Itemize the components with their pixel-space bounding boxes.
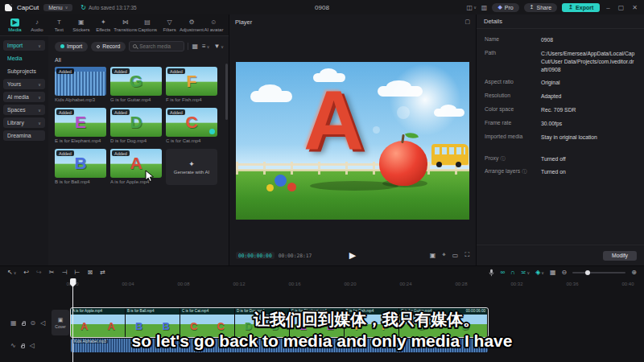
media-content: Import Record ▦ ≡ bbox=[48, 36, 229, 265]
details-value: 30.00fps bbox=[541, 120, 636, 128]
media-item[interactable]: Added C C is for Cat.mp4 bbox=[166, 108, 217, 143]
details-value: Stay in original location bbox=[541, 134, 636, 142]
pro-button[interactable]: ◆ Pro bbox=[492, 3, 518, 12]
tab-ai-avatar[interactable]: ☺ AI avatar bbox=[203, 19, 225, 32]
ruler-tick: 00:24 bbox=[378, 282, 434, 286]
timeline-ruler[interactable]: 00:0000:0400:0800:1200:1600:2000:2400:28… bbox=[0, 278, 644, 289]
import-button[interactable]: Import bbox=[55, 42, 88, 51]
filter-icon[interactable]: ▼ ∨ bbox=[213, 43, 224, 50]
zoom-out-button[interactable]: ⊖ bbox=[562, 269, 568, 276]
ribbon-tab-label: AI avatar bbox=[204, 27, 223, 32]
tab-captions[interactable]: ▤ Captions bbox=[137, 19, 159, 32]
mute-track-icon[interactable]: ◁ bbox=[40, 319, 45, 327]
tab-effects[interactable]: ✦ Effects bbox=[93, 19, 114, 32]
window-minimize-button[interactable]: – bbox=[605, 4, 611, 11]
ribbon-tab-label: Filters bbox=[163, 27, 175, 32]
track-options-icon[interactable]: ▦ bbox=[10, 319, 17, 327]
tab-media[interactable]: ▶ Media bbox=[4, 19, 26, 32]
export-button[interactable]: ↥ Export bbox=[562, 3, 600, 12]
audio-waveform-icon[interactable]: ∿ bbox=[10, 342, 16, 349]
sidebar-item-media[interactable]: Media bbox=[3, 53, 45, 64]
added-badge: Added bbox=[167, 109, 185, 115]
cover-button[interactable]: ▣ Cover bbox=[52, 310, 69, 335]
media-item[interactable]: Added F F is for Fish.mp4 bbox=[166, 67, 217, 102]
tab-audio[interactable]: ♪ Audio bbox=[26, 19, 47, 32]
media-item[interactable]: Added Kids Alphabet.mp3 bbox=[55, 67, 106, 102]
record-dot-icon bbox=[97, 45, 100, 48]
media-item-name: Generate with AI bbox=[170, 170, 213, 175]
window-close-button[interactable]: ✕ bbox=[630, 4, 639, 11]
preview-quality-icon[interactable]: ⌖ bbox=[442, 251, 446, 259]
pip-icon[interactable]: ▣ bbox=[430, 251, 436, 259]
ratio-button[interactable]: ▭ bbox=[452, 251, 459, 259]
playhead[interactable] bbox=[72, 278, 73, 362]
sidebar-item-dreamina[interactable]: Dreamina bbox=[3, 130, 45, 141]
window-maximize-button[interactable]: ▢ bbox=[617, 4, 626, 11]
media-item[interactable]: Added B B is for Ball.mp4 bbox=[55, 149, 106, 185]
sidebar-item-import[interactable]: Import ∨ bbox=[3, 40, 45, 51]
panel-layout-icon[interactable]: ▥ bbox=[481, 4, 488, 11]
sidebar-item-spaces[interactable]: Spaces ∨ bbox=[3, 105, 45, 115]
voiceover-mic-icon[interactable] bbox=[489, 269, 494, 277]
undo-button[interactable]: ↩ bbox=[23, 269, 29, 276]
tab-stickers[interactable]: ▣ Stickers bbox=[70, 19, 92, 32]
lock-track-icon[interactable] bbox=[22, 323, 26, 326]
media-item[interactable]: Added D D is for Dog.mp4 bbox=[110, 108, 162, 143]
timeline-video-clip[interactable]: A is for Apple.mp4 A A bbox=[71, 308, 126, 337]
timeline-zoom-slider[interactable] bbox=[572, 272, 625, 274]
preview-axis-button[interactable]: ▦ bbox=[550, 269, 556, 276]
view-grid-icon[interactable]: ▦ bbox=[192, 43, 199, 50]
mute-track-icon[interactable]: ◁ bbox=[30, 342, 35, 349]
tab-filters[interactable]: ▽ Filters bbox=[159, 19, 180, 32]
play-button[interactable]: ▶ bbox=[349, 250, 356, 261]
sidebar-item-subprojects[interactable]: Subprojects bbox=[3, 66, 45, 76]
added-badge: Added bbox=[56, 68, 74, 74]
modify-button[interactable]: Modify bbox=[603, 251, 637, 261]
delete-right-button[interactable]: ⊢ bbox=[74, 269, 80, 276]
menu-button[interactable]: Menu ∨ bbox=[43, 4, 72, 11]
layout-toggle-icon[interactable]: ◫∨ bbox=[467, 4, 477, 11]
track-volume-toggle[interactable]: ◈ ∨ bbox=[535, 269, 544, 276]
import-dot-icon bbox=[60, 44, 64, 48]
media-thumbnail: Added G bbox=[110, 67, 162, 96]
search-box[interactable] bbox=[129, 41, 184, 51]
split-button[interactable]: ✂ bbox=[49, 269, 55, 276]
sidebar-item-ai-media[interactable]: AI media ∨ bbox=[3, 92, 45, 102]
media-item[interactable]: ✦ Generate with AI bbox=[166, 149, 217, 185]
media-item[interactable]: Added E E is for Elephant.mp4 bbox=[55, 108, 106, 143]
fullscreen-button[interactable]: ⛶ bbox=[464, 251, 469, 259]
record-button[interactable]: Record bbox=[91, 42, 126, 51]
hide-track-icon[interactable]: ⊙ bbox=[31, 319, 36, 327]
clip-name: C is for Cat.mp4 bbox=[182, 308, 208, 315]
delete-left-button[interactable]: ⊣ bbox=[61, 269, 67, 276]
auto-snap-toggle[interactable]: ≍ ∨ bbox=[521, 269, 530, 276]
link-clips-toggle[interactable]: ∞ bbox=[500, 269, 505, 276]
video-preview[interactable]: A bbox=[236, 62, 469, 220]
redo-button[interactable]: ↪ bbox=[36, 269, 42, 276]
scrollbar[interactable] bbox=[225, 64, 228, 120]
tab-transitions[interactable]: ⋈ Transitions bbox=[114, 19, 136, 32]
share-button[interactable]: ↥ Share bbox=[524, 3, 558, 12]
tab-adjustment[interactable]: ⚙ Adjustment bbox=[181, 19, 203, 32]
media-item-name: Kids Alphabet.mp3 bbox=[55, 97, 106, 102]
zoom-in-button[interactable]: ⊕ bbox=[631, 269, 637, 276]
details-row: Proxy ⓘ Turned off bbox=[485, 155, 636, 163]
search-input[interactable] bbox=[139, 43, 180, 49]
ruler-tick: 00:12 bbox=[212, 282, 267, 286]
sort-icon[interactable]: ≡ ∨ bbox=[202, 43, 209, 50]
sidebar-item-yours[interactable]: Yours ∨ bbox=[3, 79, 45, 89]
media-item-name: G is for Guitar.mp4 bbox=[110, 97, 162, 102]
tab-text[interactable]: T Text bbox=[48, 19, 70, 32]
apple bbox=[379, 141, 427, 186]
lock-track-icon[interactable] bbox=[21, 345, 25, 348]
current-timecode[interactable]: 00:00:00:00 bbox=[236, 252, 275, 259]
delete-button[interactable]: ⊠ bbox=[87, 269, 93, 276]
player-expand-icon[interactable]: ▢ bbox=[464, 19, 470, 25]
ruler-tick: 00:08 bbox=[156, 282, 212, 286]
media-item[interactable]: Added G G is for Guitar.mp4 bbox=[110, 67, 162, 102]
player-panel: Player ▢ A 00:00:00:00 00:00:28:17 ▶ bbox=[229, 14, 476, 265]
sidebar-item-library[interactable]: Library ∨ bbox=[3, 117, 45, 128]
select-tool-button[interactable]: ↖ ∨ bbox=[7, 269, 16, 276]
main-track-magnet-toggle[interactable]: ∩ bbox=[510, 269, 515, 276]
mirror-button[interactable]: ⇄ bbox=[100, 269, 105, 276]
